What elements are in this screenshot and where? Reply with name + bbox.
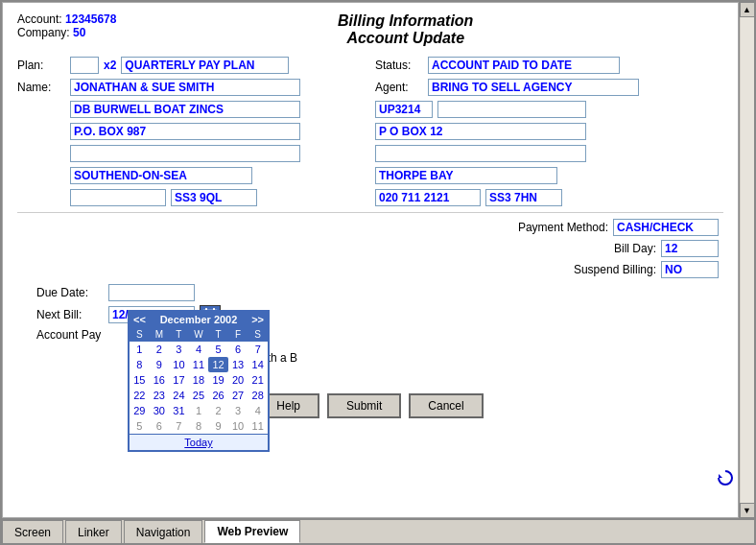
calendar-day[interactable]: 25 [189, 388, 209, 403]
city-row [17, 167, 723, 184]
calendar-day[interactable]: 10 [169, 357, 189, 372]
calendar-day[interactable]: 21 [248, 372, 268, 388]
scroll-up-button[interactable]: ▲ [740, 2, 755, 17]
calendar-day[interactable]: 29 [130, 403, 150, 418]
calendar-day[interactable]: 7 [169, 418, 189, 434]
blank-addr-row [17, 145, 723, 162]
suspend-label: Suspend Billing: [541, 263, 656, 276]
payment-method-label: Payment Method: [493, 221, 608, 234]
tab-navigation[interactable]: Navigation [124, 520, 203, 543]
scrollbar[interactable]: ▲ ▼ [739, 2, 754, 518]
suspend-input[interactable] [661, 261, 719, 278]
calendar-day[interactable]: 24 [169, 388, 189, 403]
due-date-input[interactable] [108, 284, 195, 301]
payment-method-row: Payment Method: [493, 219, 719, 236]
calendar-day[interactable]: 5 [130, 418, 150, 434]
header-section: Account: 12345678 Company: 50 Billing In… [17, 12, 723, 47]
company-row: Company: 50 [17, 26, 116, 39]
cancel-button[interactable]: Cancel [409, 393, 483, 418]
addr3-left-input[interactable] [70, 145, 300, 162]
addr2-right-input[interactable] [375, 123, 586, 140]
agent-input[interactable] [428, 79, 639, 96]
cal-prev-button[interactable]: << [133, 314, 146, 325]
city-left-input[interactable] [70, 167, 252, 184]
addr1-row [17, 101, 723, 118]
calendar-day[interactable]: 31 [169, 403, 189, 418]
calendar-day[interactable]: 13 [228, 357, 248, 372]
calendar-day[interactable]: 19 [208, 372, 228, 388]
calendar-day[interactable]: 23 [150, 388, 170, 403]
today-button[interactable]: Today [184, 437, 212, 448]
addr1-right-code-input[interactable] [375, 101, 433, 118]
zip-phone-row [17, 189, 723, 206]
suspend-row: Suspend Billing: [541, 261, 719, 278]
tab-screen[interactable]: Screen [2, 520, 63, 543]
payment-method-input[interactable] [613, 219, 719, 236]
calendar-day[interactable]: 12 [208, 357, 228, 372]
calendar-day[interactable]: 7 [248, 342, 268, 357]
status-input[interactable] [428, 57, 620, 74]
calendar-day[interactable]: 6 [228, 342, 248, 357]
calendar-day[interactable]: 2 [208, 403, 228, 418]
addr2-left-input[interactable] [70, 123, 300, 140]
phone-input[interactable] [375, 189, 481, 206]
calendar-day[interactable]: 1 [189, 403, 209, 418]
calendar-day[interactable]: 28 [248, 388, 268, 403]
calendar-day[interactable]: 14 [248, 357, 268, 372]
tab-linker[interactable]: Linker [65, 520, 122, 543]
calendar-day[interactable]: 18 [189, 372, 209, 388]
status-row: Status: [375, 57, 723, 74]
addr3-right-input[interactable] [375, 145, 586, 162]
calendar-day[interactable]: 11 [189, 357, 209, 372]
due-date-row: Due Date: [36, 284, 723, 301]
plan-name-input[interactable] [121, 57, 289, 74]
calendar-day[interactable]: 9 [150, 357, 170, 372]
calendar-day[interactable]: 3 [228, 403, 248, 418]
calendar-day[interactable]: 5 [208, 342, 228, 357]
city-right-input[interactable] [375, 167, 557, 184]
calendar-day[interactable]: 27 [228, 388, 248, 403]
calendar-day[interactable]: 8 [130, 357, 150, 372]
status-label: Status: [375, 59, 423, 72]
addr1-right-blank-input[interactable] [437, 101, 586, 118]
calendar-today-row: Today [130, 434, 268, 450]
plan-code-text: x2 [104, 59, 116, 72]
calendar-day[interactable]: 16 [150, 372, 170, 388]
refresh-icon[interactable] [716, 468, 735, 490]
submit-button[interactable]: Submit [327, 393, 401, 418]
scroll-down-button[interactable]: ▼ [740, 503, 755, 518]
cal-next-button[interactable]: >> [251, 314, 264, 325]
calendar-day[interactable]: 17 [169, 372, 189, 388]
zip-left-input[interactable] [171, 189, 257, 206]
name-input[interactable] [70, 79, 300, 96]
calendar-day[interactable]: 3 [169, 342, 189, 357]
calendar-day[interactable]: 1 [130, 342, 150, 357]
addr1-left-input[interactable] [70, 101, 300, 118]
scroll-track [741, 17, 754, 503]
account-pay-label: Account Pay [36, 328, 104, 342]
calendar-day[interactable]: 15 [130, 372, 150, 388]
calendar-days-header: S M T W T F S [130, 327, 268, 342]
calendar-day[interactable]: 11 [248, 418, 268, 434]
calendar-day[interactable]: 30 [150, 403, 170, 418]
company-value: 50 [73, 26, 85, 39]
next-bill-label: Next Bill: [36, 308, 104, 321]
calendar-day[interactable]: 20 [228, 372, 248, 388]
calendar-day[interactable]: 8 [189, 418, 209, 434]
tab-web-preview[interactable]: Web Preview [204, 520, 300, 543]
calendar-day[interactable]: 10 [228, 418, 248, 434]
must-start-b-text: st start with a B [219, 351, 723, 365]
account-row: Account: 12345678 [17, 12, 116, 26]
calendar-day[interactable]: 2 [150, 342, 170, 357]
calendar-day[interactable]: 4 [248, 403, 268, 418]
zip-right-input[interactable] [485, 189, 562, 206]
calendar-day[interactable]: 26 [208, 388, 228, 403]
calendar-day[interactable]: 6 [150, 418, 170, 434]
name-label: Name: [17, 81, 65, 94]
calendar-day[interactable]: 4 [189, 342, 209, 357]
bill-day-input[interactable] [661, 240, 719, 257]
plan-code-input[interactable] [70, 57, 99, 74]
zip-blank-left[interactable] [70, 189, 166, 206]
calendar-day[interactable]: 22 [130, 388, 150, 403]
calendar-day[interactable]: 9 [208, 418, 228, 434]
